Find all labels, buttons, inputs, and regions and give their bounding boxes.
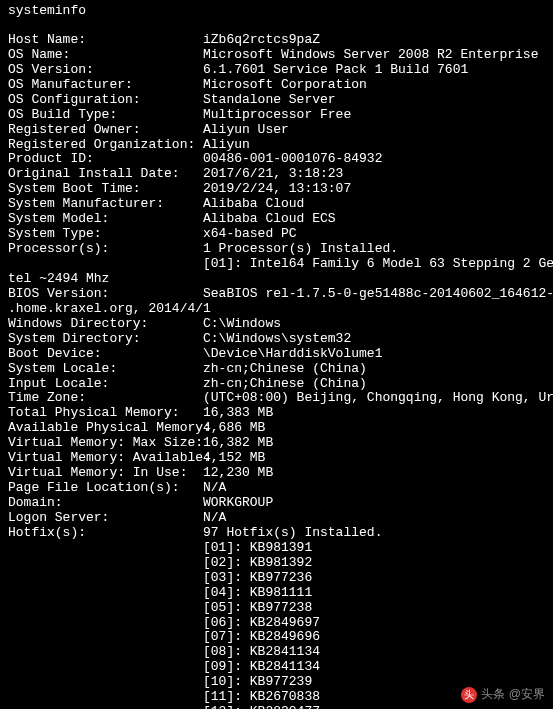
info-row: Total Physical Memory:16,383 MB [8, 406, 545, 421]
info-row: System Manufacturer:Alibaba Cloud [8, 197, 545, 212]
hotfix-row: [08]: KB2841134 [8, 645, 545, 660]
empty-label [8, 630, 203, 645]
processor-detail-row: [01]: Intel64 Family 6 Model 63 Stepping… [8, 257, 545, 272]
toutiao-icon: 头 [461, 687, 477, 703]
info-value: Multiprocessor Free [203, 108, 545, 123]
info-row: Domain:WORKGROUP [8, 496, 545, 511]
info-label: Registered Owner: [8, 123, 203, 138]
info-label: System Model: [8, 212, 203, 227]
info-label: Host Name: [8, 33, 203, 48]
hotfix-row: [12]: KB2830477 [8, 705, 545, 709]
hotfix-value: [08]: KB2841134 [203, 645, 545, 660]
info-row: Product ID:00486-001-0001076-84932 [8, 152, 545, 167]
info-row: Available Physical Memory:4,686 MB [8, 421, 545, 436]
info-row: Host Name:iZb6q2rctcs9paZ [8, 33, 545, 48]
empty-label [8, 571, 203, 586]
empty-label [8, 660, 203, 675]
hotfix-value: [06]: KB2849697 [203, 616, 545, 631]
info-value: iZb6q2rctcs9paZ [203, 33, 545, 48]
info-row: Input Locale:zh-cn;Chinese (China) [8, 377, 545, 392]
info-value: 6.1.7601 Service Pack 1 Build 7601 [203, 63, 545, 78]
info-value: x64-based PC [203, 227, 545, 242]
hotfix-value: [02]: KB981392 [203, 556, 545, 571]
info-label: OS Version: [8, 63, 203, 78]
info-value: zh-cn;Chinese (China) [203, 377, 545, 392]
info-row: Hotfix(s):97 Hotfix(s) Installed. [8, 526, 545, 541]
info-label: Virtual Memory: In Use: [8, 466, 203, 481]
info-value: 16,383 MB [203, 406, 545, 421]
info-value: 4,686 MB [203, 421, 545, 436]
bios-cont-text: .home.kraxel.org, 2014/4/1 [8, 302, 211, 317]
info-row: Original Install Date:2017/6/21, 3:18:23 [8, 167, 545, 182]
watermark-prefix: 头条 [481, 687, 505, 701]
info-row: System Directory:C:\Windows\system32 [8, 332, 545, 347]
info-row: Processor(s):1 Processor(s) Installed. [8, 242, 545, 257]
info-row: OS Name:Microsoft Windows Server 2008 R2… [8, 48, 545, 63]
info-label: Original Install Date: [8, 167, 203, 182]
empty-label [8, 541, 203, 556]
info-value: Standalone Server [203, 93, 545, 108]
info-row: Page File Location(s):N/A [8, 481, 545, 496]
command-line: systeminfo [8, 4, 545, 19]
systeminfo-block-1: Host Name:iZb6q2rctcs9paZOS Name:Microso… [8, 33, 545, 257]
info-value: C:\Windows\system32 [203, 332, 545, 347]
info-label: Domain: [8, 496, 203, 511]
info-label: System Manufacturer: [8, 197, 203, 212]
empty-label [8, 257, 203, 272]
info-value: 2017/6/21, 3:18:23 [203, 167, 545, 182]
empty-label [8, 601, 203, 616]
info-label: Processor(s): [8, 242, 203, 257]
info-row: Time Zone:(UTC+08:00) Beijing, Chongqing… [8, 391, 545, 406]
info-label: Registered Organization: [8, 138, 203, 153]
info-row: Boot Device:\Device\HarddiskVolume1 [8, 347, 545, 362]
info-row: BIOS Version:SeaBIOS rel-1.7.5-0-ge51488… [8, 287, 545, 302]
info-value: Aliyun User [203, 123, 545, 138]
info-value: 97 Hotfix(s) Installed. [203, 526, 545, 541]
info-label: System Boot Time: [8, 182, 203, 197]
info-row: Logon Server:N/A [8, 511, 545, 526]
empty-label [8, 705, 203, 709]
hotfix-row: [01]: KB981391 [8, 541, 545, 556]
hotfix-row: [06]: KB2849697 [8, 616, 545, 631]
hotfix-value: [07]: KB2849696 [203, 630, 545, 645]
info-value: Microsoft Windows Server 2008 R2 Enterpr… [203, 48, 545, 63]
info-row: Windows Directory:C:\Windows [8, 317, 545, 332]
bios-cont-line: .home.kraxel.org, 2014/4/1 [8, 302, 545, 317]
info-label: System Directory: [8, 332, 203, 347]
hotfix-row: [07]: KB2849696 [8, 630, 545, 645]
info-label: Logon Server: [8, 511, 203, 526]
info-value: N/A [203, 481, 545, 496]
systeminfo-block-2: BIOS Version:SeaBIOS rel-1.7.5-0-ge51488… [8, 287, 545, 302]
info-row: System Locale:zh-cn;Chinese (China) [8, 362, 545, 377]
info-row: System Model:Alibaba Cloud ECS [8, 212, 545, 227]
empty-label [8, 675, 203, 690]
info-label: OS Name: [8, 48, 203, 63]
info-label: OS Manufacturer: [8, 78, 203, 93]
info-value: zh-cn;Chinese (China) [203, 362, 545, 377]
info-value: WORKGROUP [203, 496, 545, 511]
empty-label [8, 645, 203, 660]
info-row: Virtual Memory: In Use:12,230 MB [8, 466, 545, 481]
info-label: BIOS Version: [8, 287, 203, 302]
info-value: 4,152 MB [203, 451, 545, 466]
info-value: SeaBIOS rel-1.7.5-0-ge51488c-20140602_16… [203, 287, 553, 302]
info-row: OS Configuration:Standalone Server [8, 93, 545, 108]
hotfix-row: [02]: KB981392 [8, 556, 545, 571]
empty-label [8, 616, 203, 631]
info-value: (UTC+08:00) Beijing, Chongqing, Hong Kon… [203, 391, 553, 406]
info-value: 1 Processor(s) Installed. [203, 242, 545, 257]
tel-line: tel ~2494 Mhz [8, 272, 545, 287]
info-label: Input Locale: [8, 377, 203, 392]
hotfix-list: [01]: KB981391[02]: KB981392[03]: KB9772… [8, 541, 545, 709]
processor-detail: [01]: Intel64 Family 6 Model 63 Stepping… [203, 257, 553, 272]
info-value: 12,230 MB [203, 466, 545, 481]
info-value: C:\Windows [203, 317, 545, 332]
hotfix-value: [09]: KB2841134 [203, 660, 545, 675]
info-row: OS Build Type:Multiprocessor Free [8, 108, 545, 123]
info-label: OS Build Type: [8, 108, 203, 123]
info-label: System Type: [8, 227, 203, 242]
hotfix-row: [04]: KB981111 [8, 586, 545, 601]
hotfix-row: [09]: KB2841134 [8, 660, 545, 675]
hotfix-row: [05]: KB977238 [8, 601, 545, 616]
info-row: OS Manufacturer:Microsoft Corporation [8, 78, 545, 93]
